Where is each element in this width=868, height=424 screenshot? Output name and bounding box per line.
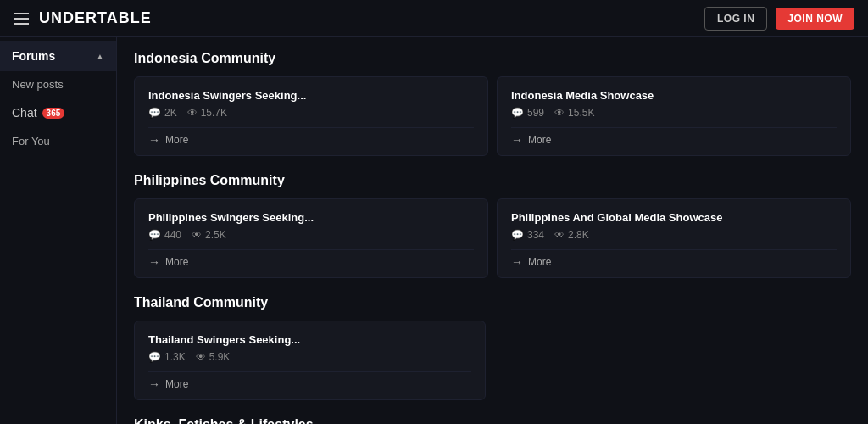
view-count: 5.9K [209,351,231,363]
section-kinks: Kinks, Fetishes & LifestylesIntroduce Yo… [134,417,851,424]
card-title-indonesia-1: Indonesia Media Showcase [511,89,837,102]
section-thailand: Thailand CommunityThailand Swingers Seek… [134,295,851,400]
card-stats-philippines-0: 💬440👁2.5K [148,229,474,241]
card-philippines-1: Philippines And Global Media Showcase💬33… [497,198,851,278]
card-more-indonesia-0[interactable]: →More [148,127,474,147]
card-thailand-0: Thailand Swingers Seeking...💬1.3K👁5.9K→M… [134,321,486,400]
hamburger-menu[interactable] [14,13,29,25]
card-more-indonesia-1[interactable]: →More [511,127,837,147]
arrow-icon: → [148,133,160,147]
card-stats-philippines-1: 💬334👁2.8K [511,229,837,241]
comment-stat-indonesia-1: 💬599 [511,107,544,119]
view-stat-indonesia-1: 👁15.5K [554,107,594,119]
join-button[interactable]: JOIN NOW [776,8,854,30]
comment-stat-thailand-0: 💬1.3K [148,351,186,363]
section-indonesia: Indonesia CommunityIndonesia Swingers Se… [134,51,851,156]
header: UNDERTABLE LOG IN JOIN NOW [0,0,868,37]
comment-count: 440 [164,229,181,241]
more-label: More [165,378,188,390]
logo: UNDERTABLE [39,9,152,27]
comment-count: 2K [164,107,177,119]
card-more-thailand-0[interactable]: →More [148,371,471,391]
comment-count: 599 [527,107,544,119]
section-title-indonesia: Indonesia Community [134,51,851,66]
comment-icon: 💬 [511,229,524,241]
view-count: 15.5K [568,107,594,119]
header-left: UNDERTABLE [14,9,152,27]
card-stats-thailand-0: 💬1.3K👁5.9K [148,351,471,363]
comment-count: 1.3K [164,351,186,363]
view-stat-thailand-0: 👁5.9K [196,351,231,363]
card-title-indonesia-0: Indonesia Swingers Seeking... [148,89,474,102]
sidebar-item-forums[interactable]: Forums ▲ [0,41,116,71]
more-label: More [528,256,551,268]
sidebar-item-chat[interactable]: Chat 365 [0,98,116,128]
view-count: 2.5K [205,229,226,241]
view-icon: 👁 [554,229,565,241]
sidebar-item-new-posts[interactable]: New posts [0,71,116,98]
comment-stat-philippines-0: 💬440 [148,229,181,241]
card-title-thailand-0: Thailand Swingers Seeking... [148,333,471,346]
card-stats-indonesia-0: 💬2K👁15.7K [148,107,474,119]
arrow-icon: → [148,255,160,269]
chevron-icon: ▲ [96,52,104,61]
card-indonesia-0: Indonesia Swingers Seeking...💬2K👁15.7K→M… [134,76,488,156]
comment-icon: 💬 [148,229,161,241]
arrow-icon: → [511,133,523,147]
arrow-icon: → [511,255,523,269]
view-stat-philippines-0: 👁2.5K [192,229,226,241]
cards-row-philippines: Philippines Swingers Seeking...💬440👁2.5K… [134,198,851,278]
forums-label: Forums [12,49,55,63]
arrow-icon: → [148,377,160,391]
sidebar-item-for-you[interactable]: For You [0,128,116,154]
section-title-thailand: Thailand Community [134,295,851,310]
view-count: 15.7K [201,107,227,119]
card-title-philippines-1: Philippines And Global Media Showcase [511,211,837,224]
sidebar: Forums ▲ New posts Chat 365 For You [0,37,117,424]
card-more-philippines-1[interactable]: →More [511,249,837,269]
main-content: Indonesia CommunityIndonesia Swingers Se… [117,37,868,424]
body: Forums ▲ New posts Chat 365 For You Indo… [0,37,868,424]
more-label: More [165,134,188,146]
comment-stat-philippines-1: 💬334 [511,229,544,241]
comment-icon: 💬 [511,107,524,119]
comment-stat-indonesia-0: 💬2K [148,107,177,119]
view-icon: 👁 [554,107,565,119]
section-title-kinks: Kinks, Fetishes & Lifestyles [134,417,851,424]
comment-icon: 💬 [148,107,161,119]
view-count: 2.8K [568,229,589,241]
view-icon: 👁 [192,229,202,241]
view-stat-philippines-1: 👁2.8K [554,229,589,241]
card-indonesia-1: Indonesia Media Showcase💬599👁15.5K→More [497,76,851,156]
login-button[interactable]: LOG IN [704,7,767,31]
header-right: LOG IN JOIN NOW [704,7,854,31]
view-stat-indonesia-0: 👁15.7K [187,107,227,119]
more-label: More [528,134,551,146]
view-icon: 👁 [196,351,206,363]
chat-badge: 365 [42,108,65,119]
section-philippines: Philippines CommunityPhilippines Swinger… [134,173,851,278]
card-more-philippines-0[interactable]: →More [148,249,474,269]
more-label: More [165,256,188,268]
card-title-philippines-0: Philippines Swingers Seeking... [148,211,474,224]
comment-count: 334 [527,229,544,241]
card-philippines-0: Philippines Swingers Seeking...💬440👁2.5K… [134,198,488,278]
section-title-philippines: Philippines Community [134,173,851,188]
view-icon: 👁 [187,107,198,119]
card-stats-indonesia-1: 💬599👁15.5K [511,107,837,119]
cards-row-indonesia: Indonesia Swingers Seeking...💬2K👁15.7K→M… [134,76,851,156]
comment-icon: 💬 [148,351,161,363]
chat-label: Chat [12,106,37,120]
